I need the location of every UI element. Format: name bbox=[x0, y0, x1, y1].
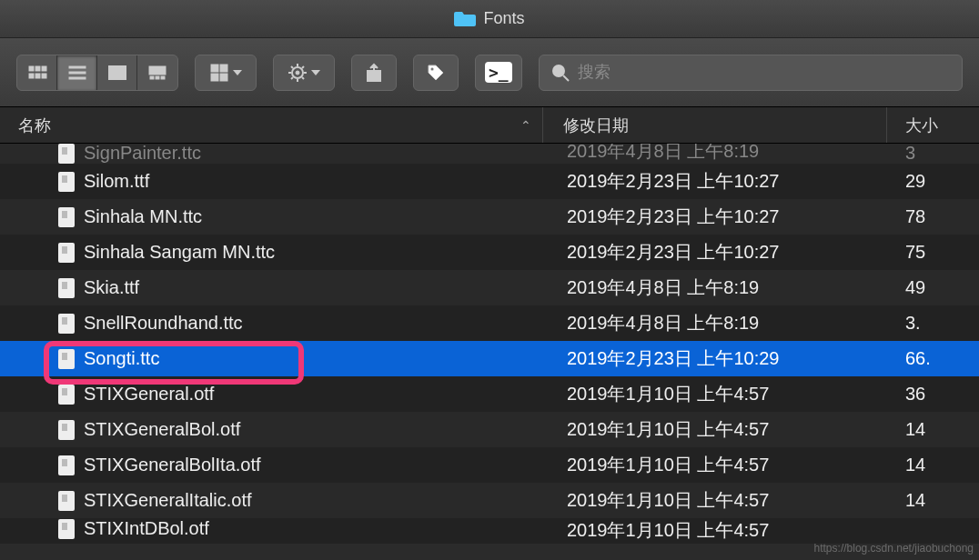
file-row[interactable]: Songti.ttc2019年2月23日 上午10:2966. bbox=[0, 341, 979, 376]
file-row[interactable]: Sinhala Sangam MN.ttc2019年2月23日 上午10:277… bbox=[0, 235, 979, 270]
file-name-cell: Skia.ttf bbox=[0, 277, 543, 298]
file-size: 14 bbox=[887, 419, 979, 440]
titlebar: Fonts bbox=[0, 0, 979, 38]
file-size: 78 bbox=[887, 206, 979, 227]
folder-icon bbox=[454, 10, 476, 28]
svg-rect-16 bbox=[211, 65, 218, 72]
column-header: 名称 ⌃ 修改日期 大小 bbox=[0, 107, 979, 144]
chevron-down-icon bbox=[311, 70, 320, 75]
file-name: Songti.ttc bbox=[84, 348, 159, 369]
svg-rect-19 bbox=[220, 74, 227, 81]
column-date-header[interactable]: 修改日期 bbox=[543, 107, 887, 143]
file-size: 14 bbox=[887, 455, 979, 475]
svg-rect-6 bbox=[69, 66, 86, 68]
file-name-cell: STIXGeneral.otf bbox=[0, 384, 543, 405]
font-file-icon bbox=[58, 349, 75, 369]
svg-rect-7 bbox=[69, 72, 86, 74]
file-name: SnellRoundhand.ttc bbox=[84, 313, 243, 334]
search-input[interactable] bbox=[578, 63, 951, 82]
svg-rect-8 bbox=[69, 77, 86, 79]
share-icon bbox=[364, 63, 384, 83]
view-list-button[interactable] bbox=[57, 55, 97, 90]
tag-icon bbox=[426, 63, 446, 83]
file-name: STIXIntDBol.otf bbox=[84, 518, 209, 539]
file-name: STIXGeneralBolIta.otf bbox=[84, 455, 261, 475]
search-field[interactable] bbox=[539, 55, 963, 91]
search-icon bbox=[550, 63, 570, 83]
file-name-cell: SignPainter.ttc bbox=[0, 144, 543, 164]
file-date: 2019年1月10日 上午4:57 bbox=[543, 417, 887, 442]
font-file-icon bbox=[58, 491, 75, 511]
file-name-cell: Sinhala MN.ttc bbox=[0, 206, 543, 227]
group-by-button[interactable] bbox=[195, 55, 257, 91]
file-date: 2019年1月10日 上午4:57 bbox=[543, 382, 887, 406]
icons-view-icon bbox=[27, 63, 47, 83]
file-size: 66. bbox=[887, 348, 979, 369]
file-date: 2019年2月23日 上午10:27 bbox=[543, 205, 887, 229]
font-file-icon bbox=[58, 519, 75, 539]
file-date: 2019年4月8日 上午8:19 bbox=[543, 311, 887, 335]
terminal-button[interactable]: >_ bbox=[475, 55, 522, 91]
file-size: 75 bbox=[887, 242, 979, 263]
svg-rect-3 bbox=[29, 74, 34, 78]
file-row[interactable]: SnellRoundhand.ttc2019年4月8日 上午8:193. bbox=[0, 305, 979, 341]
file-size: 3. bbox=[887, 313, 979, 334]
font-file-icon bbox=[58, 455, 75, 475]
file-row[interactable]: STIXGeneralItalic.otf2019年1月10日 上午4:5714 bbox=[0, 483, 979, 518]
file-name-cell: STIXGeneralBolIta.otf bbox=[0, 455, 543, 475]
file-row[interactable]: STIXIntDBol.otf2019年1月10日 上午4:57 bbox=[0, 518, 979, 544]
view-mode-group bbox=[16, 55, 178, 91]
column-name-header[interactable]: 名称 ⌃ bbox=[0, 107, 543, 143]
file-date: 2019年2月23日 上午10:29 bbox=[543, 346, 887, 371]
tags-button[interactable] bbox=[413, 55, 459, 91]
file-name: Sinhala MN.ttc bbox=[84, 206, 202, 227]
file-size: 14 bbox=[887, 490, 979, 511]
font-file-icon bbox=[58, 172, 75, 192]
file-date: 2019年4月8日 上午8:19 bbox=[543, 144, 887, 164]
font-file-icon bbox=[58, 314, 75, 334]
file-size: 29 bbox=[887, 171, 979, 192]
file-row[interactable]: STIXGeneralBol.otf2019年1月10日 上午4:5714 bbox=[0, 412, 979, 447]
svg-rect-12 bbox=[149, 66, 166, 75]
file-list[interactable]: SignPainter.ttc2019年4月8日 上午8:193Silom.tt… bbox=[0, 144, 979, 544]
file-name-cell: Silom.ttf bbox=[0, 171, 543, 192]
svg-rect-1 bbox=[35, 66, 40, 71]
gallery-view-icon bbox=[147, 63, 167, 83]
font-file-icon bbox=[58, 144, 75, 164]
file-row[interactable]: Silom.ttf2019年2月23日 上午10:2729 bbox=[0, 164, 979, 199]
list-view-icon bbox=[67, 63, 87, 83]
file-name: STIXGeneralItalic.otf bbox=[84, 490, 252, 511]
svg-point-21 bbox=[296, 71, 299, 75]
font-file-icon bbox=[58, 278, 75, 298]
file-name-cell: STIXGeneralBol.otf bbox=[0, 419, 543, 440]
column-name-label: 名称 bbox=[18, 115, 51, 136]
file-name: Sinhala Sangam MN.ttc bbox=[84, 242, 275, 263]
svg-rect-17 bbox=[220, 65, 227, 72]
terminal-icon: >_ bbox=[485, 62, 512, 83]
view-icons-button[interactable] bbox=[17, 55, 57, 90]
file-name-cell: Sinhala Sangam MN.ttc bbox=[0, 242, 543, 263]
file-name-cell: STIXIntDBol.otf bbox=[0, 518, 543, 539]
svg-rect-9 bbox=[109, 66, 126, 79]
view-gallery-button[interactable] bbox=[137, 55, 177, 90]
file-row[interactable]: Skia.ttf2019年4月8日 上午8:1949 bbox=[0, 270, 979, 305]
view-columns-button[interactable] bbox=[97, 55, 137, 90]
column-size-label: 大小 bbox=[905, 115, 938, 136]
font-file-icon bbox=[58, 385, 75, 405]
action-menu-button[interactable] bbox=[273, 55, 335, 91]
svg-rect-5 bbox=[42, 74, 46, 78]
file-size: 36 bbox=[887, 384, 979, 405]
share-button[interactable] bbox=[351, 55, 397, 91]
window-title: Fonts bbox=[483, 9, 524, 28]
file-name-cell: Songti.ttc bbox=[0, 348, 543, 369]
file-date: 2019年1月10日 上午4:57 bbox=[543, 518, 887, 543]
file-row[interactable]: STIXGeneral.otf2019年1月10日 上午4:5736 bbox=[0, 376, 979, 412]
file-date: 2019年2月23日 上午10:27 bbox=[543, 240, 887, 265]
file-row[interactable]: Sinhala MN.ttc2019年2月23日 上午10:2778 bbox=[0, 199, 979, 235]
file-row[interactable]: SignPainter.ttc2019年4月8日 上午8:193 bbox=[0, 144, 979, 164]
file-name-cell: SnellRoundhand.ttc bbox=[0, 313, 543, 334]
watermark: https://blog.csdn.net/jiaobuchong bbox=[814, 542, 974, 555]
svg-point-23 bbox=[431, 67, 434, 70]
column-size-header[interactable]: 大小 bbox=[887, 107, 979, 143]
file-row[interactable]: STIXGeneralBolIta.otf2019年1月10日 上午4:5714 bbox=[0, 447, 979, 483]
